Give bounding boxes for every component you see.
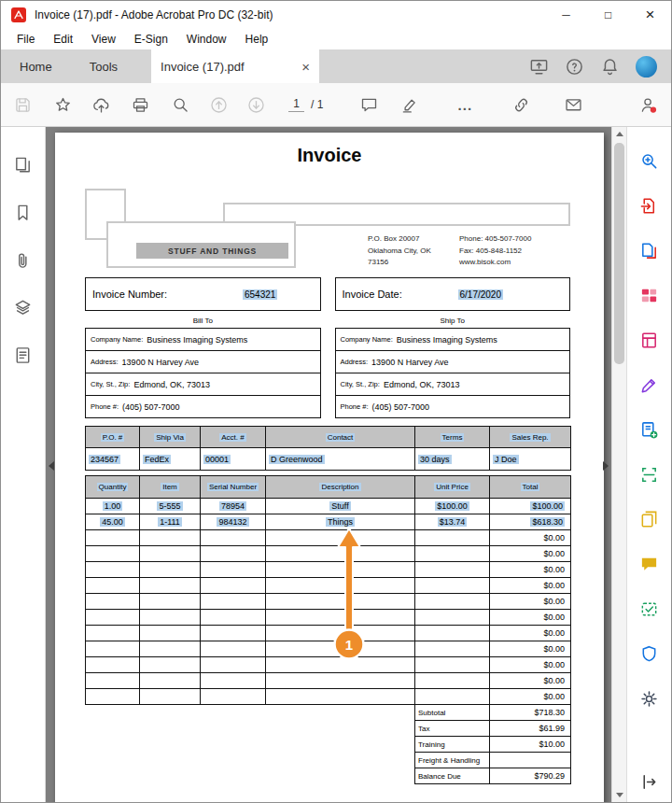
layers-button[interactable] (12, 296, 35, 318)
ship-to-row: City, St., Zip:Edmond, OK, 73013 (335, 373, 571, 396)
collapse-left-panel-handle[interactable] (47, 456, 55, 476)
close-tab-icon[interactable]: × (301, 59, 310, 75)
print-button[interactable] (128, 92, 152, 117)
zoom-button[interactable] (168, 92, 192, 117)
close-button[interactable]: × (629, 1, 671, 29)
company-logo: STUFF AND THINGS P.O. Box 20007 Oklahoma… (85, 189, 570, 275)
comment-button[interactable] (357, 92, 381, 117)
account-avatar[interactable] (636, 56, 657, 77)
party-headings: Bill To Ship To (85, 317, 570, 325)
summary-row: Training$10.00 (415, 737, 571, 753)
highlighted-field-text: Serial Number (207, 483, 259, 491)
maximize-button[interactable]: □ (587, 1, 629, 29)
favorites-button[interactable] (50, 92, 75, 117)
compress-pdf-button[interactable] (638, 508, 661, 530)
star-icon (53, 95, 73, 115)
page-down-icon (246, 95, 266, 115)
arrow-up-icon (616, 132, 623, 136)
email-button[interactable] (561, 92, 585, 117)
tab-home[interactable]: Home (1, 49, 71, 83)
next-page-button[interactable] (244, 92, 268, 117)
scroll-down-button[interactable] (612, 788, 626, 802)
order-header-row: P.O. #Ship ViaAcct. #ContactTermsSales R… (86, 427, 571, 448)
field-label: City, St., Zip: (341, 380, 380, 388)
stamp-button[interactable] (638, 598, 661, 620)
highlighted-field-text: D Greenwood (269, 455, 325, 464)
order-info-table: P.O. #Ship ViaAcct. #ContactTermsSales R… (85, 426, 571, 471)
tab-tools[interactable]: Tools (71, 49, 136, 83)
invoice-number-box: Invoice Number: 654321 (85, 277, 321, 311)
combine-files-button[interactable] (638, 284, 661, 306)
fill-sign-button[interactable] (638, 373, 661, 396)
empty-item-cell (415, 610, 490, 626)
page-up-icon (209, 95, 229, 115)
scan-ocr-button[interactable] (638, 463, 661, 486)
menu-window[interactable]: Window (177, 33, 236, 46)
field-label: Company Name: (91, 335, 143, 344)
bill-to-heading: Bill To (85, 317, 321, 325)
send-for-signature-button[interactable] (636, 92, 660, 117)
paperclip-icon (13, 250, 33, 270)
help-button[interactable] (565, 57, 584, 77)
empty-item-row: $0.00 (86, 689, 571, 705)
empty-item-cell (86, 689, 140, 705)
menu-file[interactable]: File (7, 33, 44, 46)
previous-page-button[interactable] (206, 92, 231, 117)
item-cell: 1-111 (140, 514, 201, 530)
expand-right-panel-handle[interactable] (601, 456, 609, 476)
annotation-arrow[interactable]: 1 (321, 523, 377, 663)
create-pdf-button[interactable] (638, 239, 661, 261)
page-number-input[interactable]: 1 (288, 97, 304, 112)
page-navigation: 1 / 1 (288, 97, 323, 112)
highlighted-field-text: Acct. # (219, 433, 245, 442)
content-panel-button[interactable] (12, 344, 35, 366)
scrollbar-thumb[interactable] (614, 143, 624, 364)
logo-text: STUFF AND THINGS (136, 243, 288, 259)
empty-item-cell (140, 610, 201, 626)
gear-icon (639, 689, 659, 709)
printer-icon (131, 95, 150, 115)
organize-pages-button[interactable] (638, 329, 661, 351)
export-pdf-button[interactable] (638, 194, 661, 217)
protect-button[interactable] (638, 642, 661, 665)
menu-view[interactable]: View (82, 33, 125, 46)
invoice-meta-row: Invoice Number: 654321 Invoice Date: 6/1… (85, 277, 570, 311)
tabbar-actions (529, 49, 671, 83)
summary-label-cell: Tax (415, 721, 490, 737)
bookmarks-button[interactable] (12, 201, 35, 223)
menu-help[interactable]: Help (236, 33, 278, 46)
empty-item-cell (201, 578, 266, 594)
zoom-tools-button[interactable] (638, 149, 661, 172)
notifications-button[interactable] (600, 57, 620, 77)
scroll-up-button[interactable] (612, 127, 626, 141)
attachments-button[interactable] (12, 248, 35, 271)
items-header-cell: Total (490, 476, 571, 499)
page-thumbnails-button[interactable] (12, 153, 35, 176)
menu-edit[interactable]: Edit (44, 33, 82, 46)
more-tools-button[interactable]: ... (453, 92, 477, 117)
share-screen-button[interactable] (529, 57, 549, 77)
share-to-cloud-button[interactable] (89, 92, 113, 117)
request-signatures-button[interactable] (638, 418, 661, 441)
more-tools-rail-button[interactable] (638, 687, 661, 710)
share-link-button[interactable] (509, 92, 533, 117)
bill-to-row: Company Name:Business Imaging Systems (85, 328, 321, 351)
empty-item-cell: $0.00 (490, 546, 571, 562)
highlight-button[interactable] (397, 92, 421, 117)
field-value: Edmond, OK, 73013 (384, 380, 460, 389)
comment-tool-button[interactable] (638, 553, 661, 575)
document-tab-label: Invoice (17).pdf (161, 60, 294, 74)
vertical-scrollbar[interactable] (611, 127, 626, 802)
bill-to-row: Phone #:(405) 507-7000 (85, 395, 321, 418)
stamp-icon (639, 599, 659, 619)
scan-frame-icon (639, 465, 659, 485)
minimize-button[interactable]: ─ (545, 1, 587, 29)
open-tools-panel-button[interactable] (638, 770, 661, 793)
save-button[interactable] (10, 92, 35, 117)
tab-document[interactable]: Invoice (17).pdf × (151, 49, 319, 83)
help-icon (565, 57, 584, 77)
menu-esign[interactable]: E-Sign (125, 33, 177, 46)
empty-item-cell (201, 626, 266, 641)
highlighted-field-text: 45.00 (100, 517, 125, 527)
ship-to-row: Company Name:Business Imaging Systems (335, 328, 571, 351)
